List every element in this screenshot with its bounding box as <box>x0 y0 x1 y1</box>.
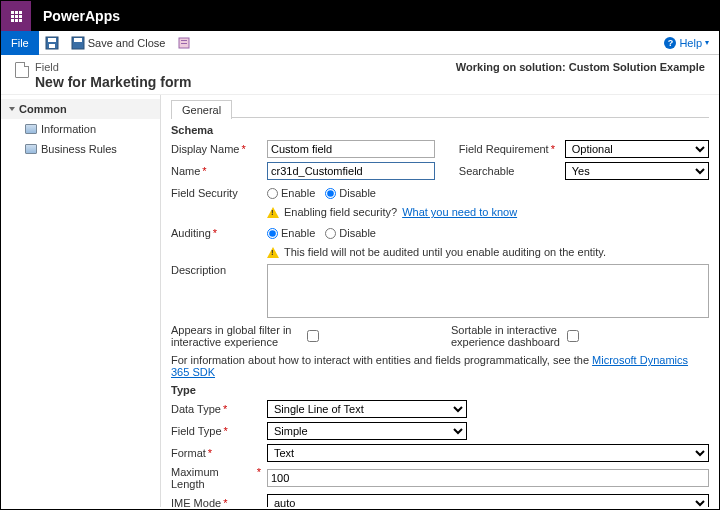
field-security-warning: Enabling field security? What you need t… <box>267 206 709 218</box>
page-header: Field New for Marketing form Working on … <box>1 55 719 95</box>
app-title: PowerApps <box>43 8 120 24</box>
global-filter-checkbox[interactable] <box>307 330 319 342</box>
sidebar-group-common[interactable]: Common <box>1 99 160 119</box>
app-launcher-icon[interactable] <box>1 1 31 31</box>
format-select[interactable]: Text <box>267 444 709 462</box>
field-security-label: Field Security <box>171 187 261 199</box>
help-label: Help <box>679 37 702 49</box>
field-entity-icon <box>15 62 29 78</box>
description-textarea[interactable] <box>267 264 709 318</box>
auditing-enable-radio[interactable]: Enable <box>267 227 315 239</box>
sidebar-item-business-rules[interactable]: Business Rules <box>1 139 160 159</box>
entity-type-label: Field <box>35 61 59 73</box>
sidebar-item-label: Business Rules <box>41 143 117 155</box>
file-tab[interactable]: File <box>1 31 39 55</box>
data-type-label: Data Type* <box>171 403 261 415</box>
searchable-label: Searchable <box>459 165 559 177</box>
type-section-title: Type <box>171 384 709 396</box>
sidebar-nav: Common Information Business Rules <box>1 95 161 507</box>
save-icon <box>45 36 59 50</box>
warning-text: Enabling field security? <box>284 206 397 218</box>
information-icon <box>25 124 37 134</box>
display-name-label: Display Name* <box>171 143 261 155</box>
toolbar: File Save and Close ? Help ▾ <box>1 31 719 55</box>
rules-icon <box>25 144 37 154</box>
tab-general[interactable]: General <box>171 100 232 119</box>
description-label: Description <box>171 264 261 276</box>
properties-button[interactable] <box>171 31 197 55</box>
security-info-link[interactable]: What you need to know <box>402 206 517 218</box>
svg-rect-2 <box>49 44 55 48</box>
help-link[interactable]: ? Help ▾ <box>664 37 719 49</box>
schema-section-title: Schema <box>171 124 709 136</box>
save-button[interactable] <box>39 31 65 55</box>
warning-icon <box>267 247 279 258</box>
warning-text: This field will not be audited until you… <box>284 246 606 258</box>
help-icon: ? <box>664 37 676 49</box>
help-dropdown-icon: ▾ <box>705 38 709 47</box>
sidebar-group-label: Common <box>19 103 67 115</box>
global-filter-label: Appears in global filter in interactive … <box>171 324 301 348</box>
sidebar-item-label: Information <box>41 123 96 135</box>
auditing-warning: This field will not be audited until you… <box>267 246 709 258</box>
save-and-close-button[interactable]: Save and Close <box>65 31 172 55</box>
page-title: New for Marketing form <box>35 74 191 90</box>
ime-mode-select[interactable]: auto <box>267 494 709 507</box>
field-type-label: Field Type* <box>171 425 261 437</box>
save-close-icon <box>71 36 85 50</box>
caret-down-icon <box>9 107 15 111</box>
properties-icon <box>177 36 191 50</box>
warning-icon <box>267 207 279 218</box>
field-requirement-label: Field Requirement* <box>459 143 559 155</box>
data-type-select[interactable]: Single Line of Text <box>267 400 467 418</box>
sdk-info-text: For information about how to interact wi… <box>171 354 709 378</box>
svg-rect-7 <box>181 43 187 44</box>
searchable-select[interactable]: Yes <box>565 162 709 180</box>
format-label: Format* <box>171 447 261 459</box>
sidebar-item-information[interactable]: Information <box>1 119 160 139</box>
svg-rect-1 <box>48 38 56 42</box>
display-name-input[interactable] <box>267 140 435 158</box>
auditing-label: Auditing* <box>171 227 261 239</box>
svg-rect-4 <box>74 38 82 42</box>
field-requirement-select[interactable]: Optional <box>565 140 709 158</box>
field-type-select[interactable]: Simple <box>267 422 467 440</box>
svg-rect-6 <box>181 40 187 41</box>
save-close-label: Save and Close <box>88 37 166 49</box>
max-length-label: Maximum Length* <box>171 466 261 490</box>
name-label: Name* <box>171 165 261 177</box>
name-input[interactable] <box>267 162 435 180</box>
top-bar: PowerApps <box>1 1 719 31</box>
working-solution-label: Working on solution: Custom Solution Exa… <box>456 61 705 73</box>
main-content: General Schema Display Name* Field Requi… <box>161 95 719 507</box>
sortable-dashboard-label: Sortable in interactive experience dashb… <box>451 324 561 348</box>
field-security-disable-radio[interactable]: Disable <box>325 187 376 199</box>
field-security-enable-radio[interactable]: Enable <box>267 187 315 199</box>
sortable-dashboard-checkbox[interactable] <box>567 330 579 342</box>
ime-mode-label: IME Mode* <box>171 497 261 507</box>
auditing-disable-radio[interactable]: Disable <box>325 227 376 239</box>
max-length-input[interactable] <box>267 469 709 487</box>
